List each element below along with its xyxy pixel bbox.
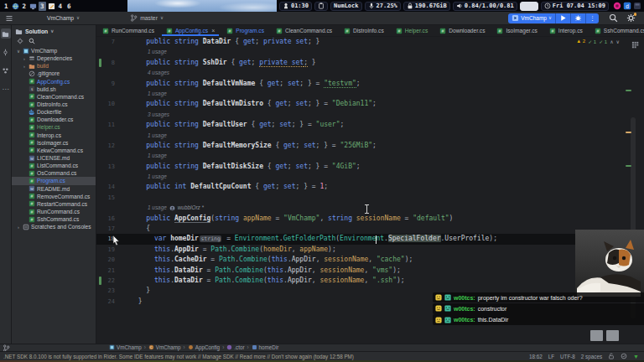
tree-item-program-cs[interactable]: #Program.cs — [12, 177, 96, 184]
unlock-icon[interactable] — [608, 353, 615, 359]
tab-program-cs[interactable]: #Program.cs — [221, 25, 270, 36]
main-menu-icon[interactable] — [5, 14, 13, 23]
code-line-8[interactable]: 8 public string SshDir { get; private se… — [96, 58, 644, 68]
project-tool-button[interactable] — [1, 28, 11, 39]
code-line-10[interactable]: 10 public string DefaultVmDistro { get; … — [96, 99, 644, 109]
tree-item-sshcommand-cs[interactable]: #SshCommand.cs — [12, 215, 96, 223]
tree-item-dependencies[interactable]: ›Dependencies — [12, 54, 96, 62]
settings-button[interactable] — [626, 13, 636, 23]
tree-item-interop-cs[interactable]: #Interop.cs — [12, 132, 96, 139]
code-line-11[interactable]: 11 public string DefaultUser { get; set;… — [96, 120, 644, 130]
tab-downloader-cs[interactable]: #Downloader.cs — [434, 25, 491, 36]
tree-item-build[interactable]: ›build — [12, 62, 96, 70]
breadcrumb-item-vmchamp[interactable]: CVmChamp — [148, 344, 181, 350]
tab-interop-cs[interactable]: #Interop.cs — [543, 25, 589, 36]
code-line-9[interactable]: 9 public string DefaultVmName { get; set… — [96, 79, 644, 89]
more-run-options-button[interactable]: ⋮ — [585, 13, 599, 23]
chevron-icon[interactable]: › — [22, 56, 27, 61]
code-line-7[interactable]: 7 public string DataDir { get; private s… — [96, 37, 644, 47]
code-line-20[interactable]: 20 this.CacheDir = Path.Combine(this.App… — [96, 255, 644, 265]
project-panel-header[interactable]: Solution ∨ — [12, 25, 96, 36]
hide-panel-icon[interactable]: ▼ — [633, 354, 639, 359]
code-line-22[interactable]: 22 this.DataDir = Path.Combine(this.AppD… — [96, 276, 644, 286]
locate-file-icon[interactable] — [17, 38, 23, 44]
tree-item-scratches-and-consoles[interactable]: ›Scratches and Consoles — [12, 223, 96, 230]
code-line-14[interactable]: 14 public int DefaultCpuCount { get; set… — [96, 182, 644, 192]
tab-runcommand-cs[interactable]: #RunCommand.cs — [96, 25, 160, 36]
tree-item-vmchamp[interactable]: ∨VmChamp — [12, 47, 96, 54]
code-line-15[interactable]: 15 — [96, 193, 644, 203]
tree-item-gitignore[interactable]: .gitignore — [12, 70, 96, 77]
pinkapp-icon[interactable] — [613, 2, 621, 10]
workspace-tag-2[interactable]: 2 — [21, 2, 29, 11]
project-selector[interactable]: VmChamp ∨ — [47, 15, 80, 21]
chat-notification[interactable]: w00tcs:property im constructor war falsc… — [433, 292, 644, 303]
code-line-12[interactable]: 12 public string DefaultMemorySize { get… — [96, 141, 644, 151]
run-button[interactable] — [555, 13, 570, 23]
code-line-21[interactable]: 21 this.DataDir = Path.Combine(this.AppD… — [96, 266, 644, 276]
commit-tool-button[interactable] — [1, 47, 11, 57]
structure-tool-button[interactable] — [1, 65, 11, 75]
run-configuration-selector[interactable]: VmChamp ∨ — [508, 13, 555, 23]
tree-item-removecommand-cs[interactable]: #RemoveCommand.cs — [12, 193, 96, 200]
more-tool-button[interactable]: ⋯ — [1, 84, 11, 94]
tree-item-oscommand-cs[interactable]: #OsCommand.cs — [12, 169, 96, 177]
tree-item-listcommand-cs[interactable]: #ListCommand.cs — [12, 162, 96, 169]
sdk-warning-message[interactable]: .NET SDK 8.0.100 is not fully supported … — [3, 354, 354, 359]
window-thumbnail[interactable] — [606, 330, 619, 341]
tree-item-readme-md[interactable]: MREADME.md — [12, 185, 96, 193]
breadcrumb-item-homedir[interactable]: homeDir — [252, 344, 279, 350]
tab-sshcommand-cs[interactable]: #SshCommand.cs — [589, 25, 644, 36]
code-line-13[interactable]: 13 public string DefaultDiskSize { get; … — [96, 162, 644, 172]
tab-cleancommand-cs[interactable]: #CleanCommand.cs — [270, 25, 338, 36]
code-line-18[interactable]: 18 var homeDirstring = Environment.GetFo… — [96, 234, 644, 244]
chat-notification[interactable]: w00tcs:this.DataDir — [433, 314, 644, 324]
chevron-icon[interactable]: › — [16, 225, 21, 230]
status-18-62[interactable]: 18:62 — [529, 354, 543, 359]
tree-item-helper-cs[interactable]: #Helper.cs — [12, 123, 96, 131]
tab-appconfig-cs[interactable]: #AppConfig.cs× — [160, 25, 221, 36]
tree-item-appconfig-cs[interactable]: #AppConfig.cs — [12, 78, 96, 85]
tree-item-isoimager-cs[interactable]: #IsoImager.cs — [12, 139, 96, 147]
workspace-tag-4[interactable]: 4 — [57, 2, 65, 11]
window-thumbnail[interactable] — [590, 330, 603, 341]
tab-distroinfo-cs[interactable]: #DistroInfo.cs — [338, 25, 390, 36]
breadcrumb-item-appconfig[interactable]: AppConfig — [188, 344, 220, 350]
vcs-branch-widget[interactable]: master ∨ — [130, 14, 164, 22]
tree-item-build-sh[interactable]: $build.sh — [12, 85, 96, 93]
tree-item-distroinfo-cs[interactable]: #DistroInfo.cs — [12, 101, 96, 108]
inspections-widget[interactable]: ▲ 2✓ 1✓ 1∧∨ — [574, 37, 622, 45]
inspection-ok-icon[interactable] — [621, 353, 627, 359]
tree-item-license-md[interactable]: MLICENSE.md — [12, 154, 96, 162]
tree-item-dockerfile[interactable]: Dockerfile — [12, 108, 96, 116]
next-problem-icon[interactable]: ∨ — [616, 39, 620, 44]
darkapp-icon[interactable] — [633, 2, 641, 10]
code-line-19[interactable]: 19 this.AppDir = Path.Combine(homeDir, a… — [96, 245, 644, 255]
tree-item-runcommand-cs[interactable]: #RunCommand.cs — [12, 208, 96, 215]
search-everywhere-button[interactable] — [609, 13, 618, 23]
status-lf[interactable]: LF — [548, 354, 554, 359]
code-line-17[interactable]: 17 { — [96, 224, 644, 234]
prev-problem-icon[interactable]: ∧ — [610, 39, 613, 44]
tree-item-cleancommand-cs[interactable]: #CleanCommand.cs — [12, 93, 96, 101]
tree-item-downloader-cs[interactable]: #Downloader.cs — [12, 116, 96, 123]
chevron-icon[interactable]: › — [22, 64, 27, 69]
chevron-icon[interactable]: ∨ — [16, 49, 21, 54]
status-2-spaces[interactable]: 2 spaces — [581, 354, 602, 359]
editor-options-grid-icon[interactable] — [631, 41, 639, 49]
workspace-tag-1[interactable]: 1 — [3, 2, 10, 11]
tab-close-icon[interactable]: × — [211, 28, 215, 34]
search-icon[interactable] — [29, 38, 35, 44]
breadcrumb-item-vmchamp[interactable]: VmChamp — [109, 344, 142, 350]
tree-item-kekwcommand-cs[interactable]: #KekwCommand.cs — [12, 147, 96, 154]
chat-notification[interactable]: w00tcs:constructor — [433, 303, 644, 313]
debug-button[interactable] — [570, 13, 585, 23]
code-line-16[interactable]: 16 public AppConfig(string appName = "Vm… — [96, 214, 644, 224]
workspace-tag-6[interactable]: 6 — [65, 2, 73, 11]
workspace-tag-3[interactable]: 3 — [39, 2, 46, 11]
tree-item-restartcommand-cs[interactable]: #RestartCommand.cs — [12, 200, 96, 208]
tab-helper-cs[interactable]: #Helper.cs — [390, 25, 434, 36]
status-utf-8[interactable]: UTF-8 — [560, 354, 575, 359]
dapp-icon[interactable]: d — [623, 2, 631, 10]
breadcrumb-item-ctor[interactable]: .ctor — [226, 344, 244, 350]
